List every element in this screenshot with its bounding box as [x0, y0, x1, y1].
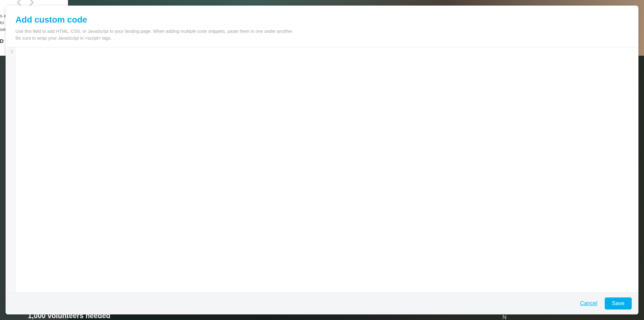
cancel-button[interactable]: Cancel [579, 298, 599, 309]
code-editor-gutter: 1 [6, 47, 15, 292]
hero-partial-text: N [502, 314, 506, 320]
gutter-line-number: 1 [6, 49, 13, 54]
modal-footer: Cancel Save [6, 292, 638, 314]
modal-description-line1: Use this field to add HTML, CSS, or Java… [15, 29, 293, 34]
code-editor: 1 [6, 47, 638, 292]
modal-description: Use this field to add HTML, CSS, or Java… [15, 28, 629, 41]
modal-header: Add custom code Use this field to add HT… [6, 6, 638, 47]
sidebar-clipped-bold: D [0, 39, 4, 44]
save-button[interactable]: Save [605, 297, 632, 309]
add-custom-code-modal: Add custom code Use this field to add HT… [6, 6, 638, 314]
code-input[interactable] [15, 47, 638, 292]
modal-title: Add custom code [15, 15, 629, 25]
modal-description-line2: Be sure to wrap your JavaScript in <scri… [15, 36, 112, 41]
